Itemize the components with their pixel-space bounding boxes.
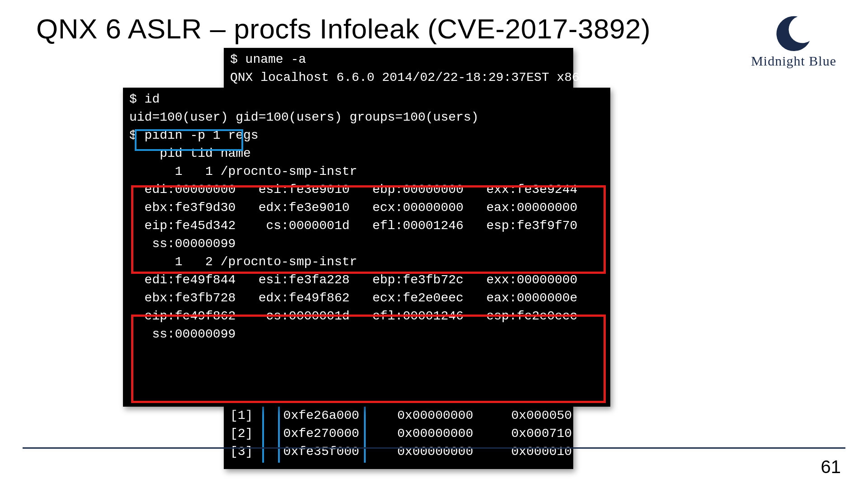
highlight-column <box>262 404 264 463</box>
term-line: uid=100(user) gid=100(users) groups=100(… <box>129 108 604 127</box>
logo: Midnight Blue <box>751 14 836 69</box>
term-line: ss:00000099 <box>129 235 604 253</box>
footer-rule <box>23 447 845 449</box>
term-line: $ id <box>129 90 604 108</box>
term-line: ebx:fe3fb728 edx:fe49f862 ecx:fe2e0eec e… <box>129 289 604 307</box>
page-number: 61 <box>821 457 841 477</box>
term-line: 1 2 /procnto-smp-instr <box>129 253 604 271</box>
term-line: eip:fe49f862 cs:0000001d efl:00001246 es… <box>129 307 604 325</box>
term-line: $ pidin -p 1 regs <box>129 127 604 145</box>
term-line: pid tid name <box>129 145 604 163</box>
terminal-main: $ iduid=100(user) gid=100(users) groups=… <box>123 88 610 407</box>
highlight-column <box>364 404 366 463</box>
term-line: $ uname -a <box>230 52 306 66</box>
term-line: ss:00000099 <box>129 325 604 343</box>
moon-icon <box>774 14 814 52</box>
term-line: [3] 0xfe35f000 0x00000000 0x000010 <box>230 443 567 461</box>
logo-text: Midnight Blue <box>751 53 836 69</box>
highlight-column <box>278 404 280 463</box>
term-line: QNX localhost 6.6.0 2014/02/22-18:29:37E… <box>230 70 595 84</box>
term-line: ebx:fe3f9d30 edx:fe3e9010 ecx:00000000 e… <box>129 199 604 217</box>
slide: QNX 6 ASLR – procfs Infoleak (CVE-2017-3… <box>0 0 868 488</box>
term-line: edi:fe49f844 esi:fe3fa228 ebp:fe3fb72c e… <box>129 271 604 289</box>
term-line: [2] 0xfe270000 0x00000000 0x000710 <box>230 425 567 443</box>
term-line: eip:fe45d342 cs:0000001d efl:00001246 es… <box>129 217 604 235</box>
terminal-background: [1] 0xfe26a000 0x00000000 0x000050[2] 0x… <box>224 404 573 469</box>
term-line: edi:00000000 esi:fe3e9010 ebp:00000000 e… <box>129 181 604 199</box>
terminal-uname: $ uname -a QNX localhost 6.6.0 2014/02/2… <box>224 48 573 90</box>
term-line: [1] 0xfe26a000 0x00000000 0x000050 <box>230 407 567 425</box>
slide-title: QNX 6 ASLR – procfs Infoleak (CVE-2017-3… <box>36 13 651 45</box>
term-line: 1 1 /procnto-smp-instr <box>129 163 604 181</box>
